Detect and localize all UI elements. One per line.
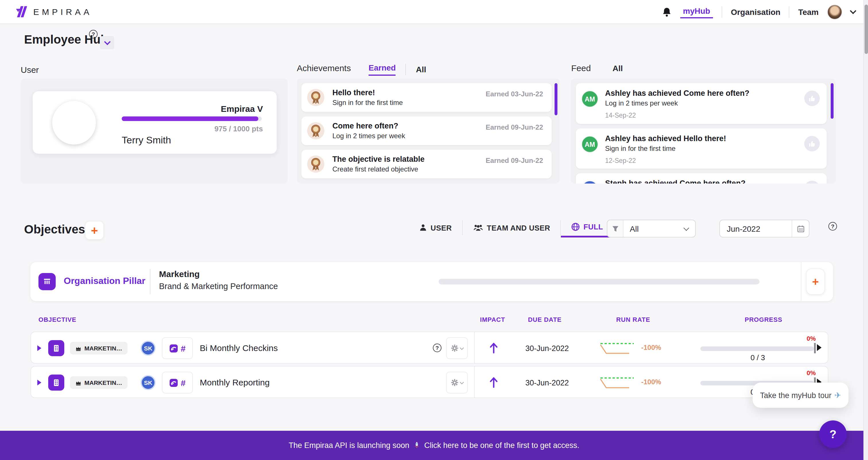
divider xyxy=(150,269,150,294)
achievement-title: Come here often? xyxy=(332,122,398,130)
achievement-earned-date: Earned 03-Jun-22 xyxy=(486,90,543,98)
pillar-description: Brand & Marketing Performance xyxy=(159,282,278,291)
objective-title: Bi Monthly Checkins xyxy=(200,343,278,353)
nav-myhub[interactable]: myHub xyxy=(680,6,713,18)
tab-all[interactable]: All xyxy=(416,65,426,74)
banner-link[interactable]: Click here to be one of the first to get… xyxy=(424,441,579,450)
impact-up-arrow-icon xyxy=(489,377,498,391)
objectives-date-picker[interactable]: Jun-2022 xyxy=(719,220,809,237)
column-header-objective: OBJECTIVE xyxy=(38,316,76,323)
hub-collapse-button[interactable] xyxy=(100,36,114,49)
feed-item-date: 12-Sep-22 xyxy=(605,157,636,164)
objective-type-badge: # xyxy=(162,337,193,359)
progress-count: 0 / 3 xyxy=(729,353,786,362)
pillar-name: Marketing xyxy=(159,269,200,279)
page-scrollbar[interactable] xyxy=(863,0,868,460)
tab-full[interactable]: FULL xyxy=(561,223,613,237)
nav-team[interactable]: Team xyxy=(798,7,818,17)
objective-row: MARKETIN… SK # Monthly Reporting 30-Jun-… xyxy=(30,366,828,398)
run-rate-chart xyxy=(599,374,640,392)
tab-feed-all[interactable]: All xyxy=(613,64,623,73)
user-photo xyxy=(52,101,96,144)
feed-avatar: AM xyxy=(582,136,598,153)
progress-marker-line xyxy=(814,343,816,353)
medal-icon xyxy=(307,122,324,139)
row-help-icon[interactable]: ? xyxy=(433,343,441,352)
objectives-help-icon[interactable]: ? xyxy=(828,222,837,231)
tab-team-and-user[interactable]: TEAM AND USER xyxy=(463,223,561,237)
like-button[interactable] xyxy=(804,181,820,184)
medal-icon xyxy=(307,89,324,106)
column-header-impact: IMPACT xyxy=(474,316,511,323)
help-fab-button[interactable]: ? xyxy=(819,420,847,448)
like-button[interactable] xyxy=(804,91,820,106)
column-header-progress: PROGRESS xyxy=(729,316,798,323)
top-bar: EMPIRAA myHub Organisation Team xyxy=(0,0,868,24)
objectives-view-tabs: USER TEAM AND USER FULL xyxy=(409,220,613,240)
team-tag: MARKETIN… xyxy=(70,376,127,389)
user-card: Empiraa V 975 / 1000 pts Terry Smith xyxy=(33,91,277,154)
feed-item: SK Steph has achieved Come here often? L… xyxy=(576,173,827,184)
nav-divider xyxy=(789,6,789,18)
brand-logo[interactable]: EMPIRAA xyxy=(15,5,92,19)
like-button[interactable] xyxy=(804,136,820,152)
achievement-earned-date: Earned 09-Jun-22 xyxy=(486,123,543,131)
gauge-icon xyxy=(169,344,178,353)
achievement-item: Come here often? Log in 2 times per week… xyxy=(301,117,552,145)
add-pillar-objective-button[interactable]: + xyxy=(806,268,825,295)
feed-item: AM Ashley has achieved Hello there! Sign… xyxy=(576,129,827,169)
divider xyxy=(474,366,475,397)
objectives-title: Objectives xyxy=(24,223,85,236)
due-date: 30-Jun-2022 xyxy=(517,344,578,353)
achievement-earned-date: Earned 09-Jun-22 xyxy=(486,157,543,165)
user-avatar[interactable] xyxy=(827,5,842,20)
globe-icon xyxy=(571,223,580,231)
nav-organisation[interactable]: Organisation xyxy=(731,7,780,17)
user-section-label: User xyxy=(21,65,39,74)
building-icon xyxy=(48,374,64,391)
scrollbar-thumb[interactable] xyxy=(865,5,868,54)
hash-icon: # xyxy=(181,378,186,388)
progress-percent: 0% xyxy=(797,335,816,342)
expand-row-icon[interactable] xyxy=(37,345,41,351)
objectives-filter-select[interactable]: All xyxy=(607,220,696,237)
achievement-desc: Log in 2 times per week xyxy=(332,132,405,140)
hub-help-icon[interactable]: ? xyxy=(89,30,98,38)
feed-scrollbar[interactable] xyxy=(831,83,834,119)
achievements-panel: Hello there! Sign in for the first time … xyxy=(297,78,560,184)
add-objective-button[interactable]: + xyxy=(85,221,104,240)
user-icon xyxy=(419,224,427,232)
user-points: 975 / 1000 pts xyxy=(214,125,263,133)
impact-up-arrow-icon xyxy=(489,342,498,356)
column-header-due-date: DUE DATE xyxy=(516,316,574,323)
achievement-desc: Create first related objective xyxy=(332,165,418,173)
calendar-icon xyxy=(792,220,809,237)
feed-title: Feed xyxy=(571,63,591,73)
achievements-tabs: Earned All xyxy=(369,63,426,76)
divider xyxy=(801,262,801,301)
feed-panel: AM Ashley has achieved Come here often? … xyxy=(570,78,836,184)
owner-avatar: SK xyxy=(141,341,156,356)
top-nav: myHub Organisation Team xyxy=(662,0,856,24)
feed-item-title: Ashley has achieved Come here often? xyxy=(605,89,749,98)
achievements-scrollbar[interactable] xyxy=(555,83,557,115)
team-tag: MARKETIN… xyxy=(70,342,127,355)
medal-icon xyxy=(307,156,324,173)
myhub-tour-tooltip[interactable]: Take the myHub tour ✈ xyxy=(753,383,848,408)
bell-icon[interactable] xyxy=(662,7,671,17)
empiraa-logo-icon xyxy=(15,5,29,19)
chevron-down-icon xyxy=(460,380,464,384)
progress-percent: 0% xyxy=(797,369,816,376)
tab-earned[interactable]: Earned xyxy=(369,63,396,76)
gauge-icon xyxy=(169,378,178,387)
expand-row-icon[interactable] xyxy=(37,380,41,386)
tab-user[interactable]: USER xyxy=(409,223,462,237)
chevron-down-icon[interactable] xyxy=(850,8,857,14)
objective-row: MARKETIN… SK # Bi Monthly Checkins ? 30-… xyxy=(30,331,828,364)
chevron-down-icon xyxy=(683,225,689,231)
achievement-title: The objective is relatable xyxy=(332,155,425,163)
row-settings-button[interactable] xyxy=(446,372,468,393)
achievement-title: Hello there! xyxy=(332,88,375,97)
row-settings-button[interactable] xyxy=(446,337,468,359)
column-header-run-rate: RUN RATE xyxy=(600,316,666,323)
